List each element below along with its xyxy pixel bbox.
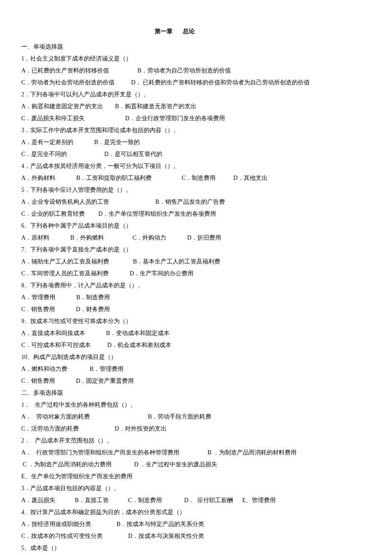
text-line: 5．下列各项中应计入管理费用的是（）。 — [21, 184, 328, 196]
text-line: C．销售费用 D．固定资产重置费用 — [21, 375, 328, 387]
text-line: 9、按成本习性或可变性可将成本分为（） — [21, 315, 328, 327]
text-line: A． 劳动对象方面的耗费 B．劳动手段方面的耗费 — [21, 411, 328, 423]
text-line: A．燃料和动力费 B．管理费用 — [21, 363, 328, 375]
title-part2: 总论 — [183, 28, 195, 35]
text-line: 一、单项选择题 — [21, 41, 328, 53]
text-line: A．原材料 B．外购燃料 C．外购动力 D．折旧费用 — [21, 232, 328, 244]
text-line: 4．产品成本按其经济用途分类，一般可分为以下项目（）。 — [21, 160, 328, 172]
text-line: 6、下列各种中属于产品成本项目的是（） — [21, 220, 328, 232]
text-line: 5、成本是（） — [21, 542, 328, 554]
chapter-title: 第一章总论 — [21, 26, 328, 38]
text-line: 10、构成产品制造成本的项目是（） — [21, 351, 328, 363]
text-line: C．活劳动方面的耗费 D．对外投资的支出 — [21, 423, 328, 435]
text-line: 4、按计算产品成本和确定损益为目的，成本的分类形式是（） — [21, 506, 328, 518]
text-line: 2． 产品成本开支范围包括（）。 — [21, 435, 328, 447]
text-line: A．已耗费的生产资料的转移价值 B．劳动者为自己劳动所创造的价值 — [21, 65, 328, 77]
text-line: C．企业的职工教育经费 D．生产单位管理和组织生产发生的各项费用 — [21, 208, 328, 220]
text-line: 2．下列各项中可以列入产品成本的开支是（）。 — [21, 89, 328, 101]
text-line: C．按成本的习性或可变性分类 D．按成本与决策相关性分类 — [21, 530, 328, 542]
text-line: 1． 生产过程中发生的各种耗费包括（）。 — [21, 399, 328, 411]
text-line: A．管理费用 B．制造费用 — [21, 292, 328, 304]
text-line: A．辅助生产工人的工资及福利费 B．基本生产工人的工资及福利费 — [21, 256, 328, 268]
title-part1: 第一章 — [155, 28, 173, 35]
text-line: C．劳动者为社会劳动所创造的价值 D． 已耗费的生产资料转移的价值和劳动者为自己… — [21, 77, 328, 89]
text-line: C ．为制造产品而消耗的动力费用 D ．生产过程中发生的废品损失 — [21, 459, 328, 471]
text-line: A． 行政管理部门为管理和组织生产而发生的各种管理费用 B ．为制造产品而消耗的… — [21, 447, 328, 459]
text-line: A．直接成本和间接成本 B．变动成本和固定成本 — [21, 327, 328, 339]
text-line: A．废品损失 B．直接工资 C．制造费用 D． 应付职工薪酬 E、管理费用 — [21, 494, 328, 506]
text-line: 3．实际工作中的成本开支范围和理论成本包括的内容（）。 — [21, 124, 328, 136]
text-line: 7、下列各项中属于直接生产成本的是（） — [21, 244, 328, 256]
text-line: 3．产品成本项目包括的内容是（）。 — [21, 483, 328, 494]
text-line: A．企业专设销售机构人员的工资 B．销售产品发生的广告费 — [21, 196, 328, 208]
text-line: 8、下列各项费用中，计入产品成本的是（）。 — [21, 280, 328, 292]
text-line: A．购置和建造固定资产的支出 B．购置和建造无形资产的支出 — [21, 101, 328, 113]
text-line: C．废品损失和停工损失 D．企业行政管理部门发生的各项费用 — [21, 113, 328, 124]
document-body: 一、单项选择题1．社会主义制度下成本的经济涵义是（）A．已耗费的生产资料的转移价… — [21, 41, 328, 555]
text-line: C．车间管理人员的工资及福利费 D．生产车间的办公费用 — [21, 268, 328, 280]
text-line: E、生产单位为管理组织生产而发生的费用 — [21, 471, 328, 483]
text-line: A．是有一定差别的 B．是完全一致的 — [21, 136, 328, 148]
text-line: A．外购材料 B．工资和提取的职工福利费 C．制造费用 D．其他支出 — [21, 172, 328, 184]
text-line: C．销售费用 D．财务费用 — [21, 304, 328, 315]
text-line: 1．社会主义制度下成本的经济涵义是（） — [21, 53, 328, 65]
text-line: C．可控成本和不可控成本 D．机会成本和差别成本 — [21, 339, 328, 351]
text-line: C．是完全不同的 D．是可以相互替代的 — [21, 148, 328, 160]
text-line: A．按经济用途或职能分类 B．按成本与特定产品的关系分类 — [21, 518, 328, 530]
text-line: 二、多项选择题 — [21, 387, 328, 399]
